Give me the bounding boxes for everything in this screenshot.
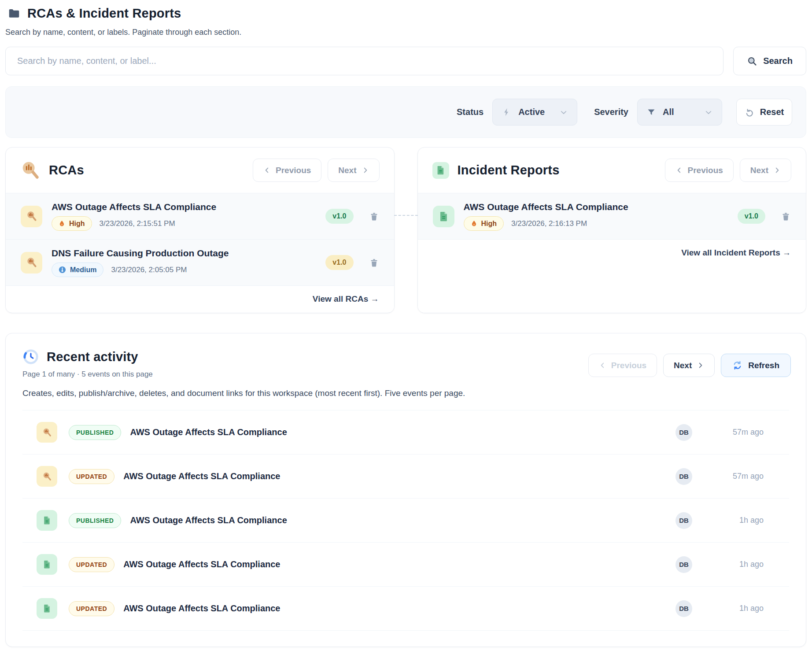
rcas-card: RCAs Previous Next AWS Ou [5,147,395,313]
page-header: RCAs & Incident Reports [5,6,806,21]
activity-previous-label: Previous [611,361,646,370]
activity-list: PUBLISHED AWS Outage Affects SLA Complia… [22,410,789,631]
event-time: 57m ago [720,428,764,437]
undo-icon [745,107,754,117]
chevron-left-icon [263,166,271,174]
document-meta: Medium 3/23/2026, 2:05:05 PM [52,262,316,277]
incident-item-main: AWS Outage Affects SLA Compliance High 3… [464,202,728,231]
event-document-title: AWS Outage Affects SLA Compliance [130,515,287,525]
actor-avatar: DB [675,424,692,441]
actor-avatar: DB [675,556,692,573]
document-cards-row: RCAs Previous Next AWS Ou [5,147,806,313]
incidents-card-title: Incident Reports [458,163,657,177]
severity-badge-high: High [464,216,504,231]
activity-row-right: DB 1h ago [675,600,789,617]
severity-label: Medium [70,266,96,274]
activity-row[interactable]: PUBLISHED AWS Outage Affects SLA Complia… [22,499,789,543]
rca-magnifier-chart-icon [20,160,41,181]
rcas-next-button[interactable]: Next [328,159,379,182]
incident-document-icon [432,162,449,179]
lightning-icon [502,107,511,117]
actor-avatar: DB [675,512,692,529]
rcas-previous-button[interactable]: Previous [253,159,321,182]
rca-incident-page: RCAs & Incident Reports Search by name, … [0,0,812,656]
rcas-card-footer: View all RCAs → [6,285,394,312]
event-document-title: AWS Outage Affects SLA Compliance [123,471,280,481]
incidents-pager: Previous Next [665,159,791,182]
delete-button[interactable] [369,258,379,268]
event-document-title: AWS Outage Affects SLA Compliance [123,603,280,614]
history-clock-icon [22,348,39,365]
event-action-badge: UPDATED [69,469,114,484]
severity-badge-high: High [52,216,92,231]
activity-header-left: Recent activity Page 1 of many · 5 event… [22,348,588,379]
incidents-next-label: Next [750,166,768,175]
status-select[interactable]: Active [492,99,577,126]
document-timestamp: 3/23/2026, 2:15:51 PM [100,219,175,228]
incident-document-icon [37,554,57,575]
version-badge: v1.0 [738,209,765,224]
document-timestamp: 3/23/2026, 2:05:05 PM [111,266,187,274]
incidents-card-header: Incident Reports Previous Next [418,148,806,193]
version-badge: v1.0 [325,255,353,270]
activity-row-right: DB 1h ago [675,512,789,529]
activity-row-right: DB 57m ago [675,424,789,441]
activity-title-row: Recent activity [22,348,588,365]
event-time: 1h ago [720,516,764,525]
event-time: 1h ago [720,560,764,569]
incidents-card-footer: View all Incident Reports → [418,239,806,266]
incidents-previous-button[interactable]: Previous [665,159,734,182]
activity-previous-button[interactable]: Previous [588,354,657,377]
reset-filters-button[interactable]: Reset [736,99,792,126]
funnel-icon [647,108,656,117]
incidents-next-button[interactable]: Next [740,159,791,182]
search-input[interactable] [5,47,723,75]
rcas-card-header: RCAs Previous Next [6,148,394,193]
delete-button[interactable] [781,211,791,222]
chevron-down-icon [560,108,568,116]
rca-item-main: DNS Failure Causing Production Outage Me… [52,248,316,277]
rca-item-main: AWS Outage Affects SLA Compliance High 3… [52,202,316,231]
activity-page-info: Page 1 of many · 5 events on this page [22,370,588,379]
delete-button[interactable] [369,211,379,222]
card-connector-dashed-line [394,215,418,216]
severity-filter-label: Severity [594,107,628,117]
severity-select[interactable]: All [637,99,722,126]
trash-icon [369,211,379,222]
document-meta: High 3/23/2026, 2:15:51 PM [52,216,316,231]
severity-badge-medium: Medium [52,262,103,277]
activity-header: Recent activity Page 1 of many · 5 event… [6,333,806,379]
view-all-rcas-link[interactable]: View all RCAs → [313,294,379,304]
rca-list-item[interactable]: DNS Failure Causing Production Outage Me… [6,239,394,285]
search-button-label: Search [763,56,793,66]
status-select-value: Active [518,107,553,117]
document-title: DNS Failure Causing Production Outage [52,248,316,259]
chevron-left-icon [599,362,606,369]
event-action-badge: PUBLISHED [69,425,121,440]
search-button[interactable]: Search [733,47,806,75]
activity-next-button[interactable]: Next [663,354,715,377]
page-subtitle: Search by name, content, or labels. Pagi… [5,28,806,37]
activity-pager: Previous Next Refresh [588,348,791,377]
chevron-right-icon [697,362,704,369]
activity-row[interactable]: UPDATED AWS Outage Affects SLA Complianc… [22,587,789,631]
activity-row[interactable]: UPDATED AWS Outage Affects SLA Complianc… [22,455,789,499]
event-document-title: AWS Outage Affects SLA Compliance [130,427,287,437]
activity-row[interactable]: UPDATED AWS Outage Affects SLA Complianc… [22,543,789,587]
event-action-badge: UPDATED [69,601,114,616]
incident-list-item[interactable]: AWS Outage Affects SLA Compliance High 3… [418,193,806,239]
refresh-button[interactable]: Refresh [721,354,791,377]
activity-row[interactable]: PUBLISHED AWS Outage Affects SLA Complia… [22,410,789,455]
document-title: AWS Outage Affects SLA Compliance [464,202,728,212]
incidents-card-empty-space [418,266,806,313]
search-row: Search [5,47,806,75]
status-filter-label: Status [457,107,484,117]
document-title: AWS Outage Affects SLA Compliance [52,202,316,212]
view-all-incident-reports-link[interactable]: View all Incident Reports → [681,248,791,258]
rcas-pager: Previous Next [253,159,379,182]
rca-icon [37,466,57,487]
version-badge: v1.0 [325,209,353,224]
rca-list-item[interactable]: AWS Outage Affects SLA Compliance High 3… [6,193,394,239]
filter-bar: Status Active Severity All [5,86,806,138]
incident-reports-card: Incident Reports Previous Next [417,147,807,313]
